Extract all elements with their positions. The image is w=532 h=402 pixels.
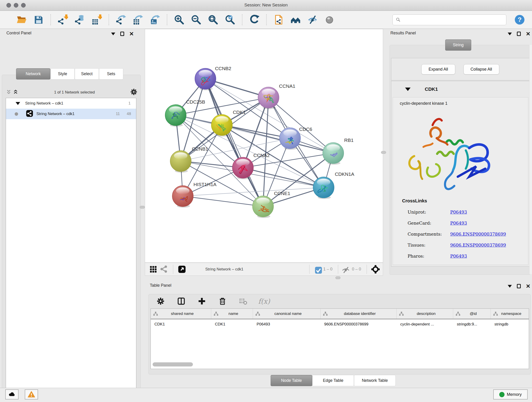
panel-collapse-icon[interactable] [508, 32, 512, 35]
table-panel: Table Panel ✕ f(x) shared namenamecanoni… [145, 281, 532, 388]
table-row[interactable]: CDK1CDK1P064939606.ENSP00000378699cyclin… [151, 319, 529, 329]
panel-close-icon[interactable]: ✕ [526, 32, 530, 36]
grid-view-button[interactable] [148, 264, 159, 275]
save-session-button[interactable] [33, 14, 44, 25]
expand-all-icon[interactable] [12, 89, 19, 96]
search-input[interactable] [401, 15, 506, 24]
tab-network-table[interactable]: Network Table [354, 375, 396, 386]
import-table-from-file-button[interactable] [91, 14, 102, 25]
edge-HIST1H1A-CCNE1[interactable] [183, 196, 263, 206]
network-options-gear-icon[interactable] [130, 88, 138, 97]
table-hscrollbar[interactable] [152, 362, 193, 366]
birds-eye-view-button[interactable] [177, 264, 187, 275]
tab-style[interactable]: Style [51, 68, 75, 80]
string-home-button[interactable] [290, 14, 301, 25]
network-canvas[interactable]: CCNB2 CCNA1 CDC25B CDK1 CDC6 RB1 CCNB1 [145, 29, 383, 263]
pan-network-button[interactable] [370, 264, 381, 275]
panel-float-icon[interactable] [120, 32, 124, 36]
network-collection-row[interactable]: String Network – cdk1 1 [6, 98, 136, 109]
edge-CCNB2-CCNE1[interactable] [206, 79, 263, 206]
node-RB1[interactable]: RB1 [323, 138, 354, 165]
node-CCNB1[interactable]: CCNB1 [170, 146, 208, 172]
import-network-from-database-button[interactable] [74, 14, 85, 25]
warnings-button[interactable] [25, 389, 38, 400]
column-header-namespace[interactable]: namespace [491, 309, 529, 319]
left-splitter-handle[interactable] [140, 206, 145, 209]
crosslink-link[interactable]: 9606.ENSP00000378699 [450, 231, 506, 236]
open-session-button[interactable] [16, 14, 27, 25]
expand-all-button[interactable]: Expand All [421, 64, 455, 75]
edge-CCNA2-CDKN1A[interactable] [243, 168, 323, 187]
node-CCNA1[interactable]: CCNA1 [258, 83, 295, 109]
export-network-button[interactable] [115, 14, 127, 25]
panel-collapse-icon[interactable] [508, 285, 512, 288]
column-header-canonical-name[interactable]: canonical name [253, 309, 321, 319]
export-image-button[interactable] [149, 14, 160, 25]
tab-string[interactable]: String [445, 39, 471, 51]
node-CDKN1A[interactable]: CDKN1A [313, 172, 355, 199]
node-HIST1H1A[interactable]: HIST1H1A [172, 182, 216, 208]
tree-expand-icon[interactable] [16, 102, 20, 105]
node-label-CCNA2: CCNA2 [253, 153, 270, 158]
node-CCNB2[interactable]: CCNB2 [195, 66, 231, 90]
column-header-description[interactable]: description [397, 309, 453, 319]
right-splitter-handle[interactable] [381, 151, 386, 154]
node-CCNE1[interactable]: CCNE1 [253, 191, 290, 218]
edge-CDKN1A-HIST1H1A[interactable] [183, 187, 324, 196]
share-document-button[interactable] [273, 14, 284, 25]
zoom-in-button[interactable] [174, 14, 185, 25]
memory-button[interactable]: Memory [493, 389, 528, 400]
collapse-all-icon[interactable] [5, 89, 12, 96]
results-panel: Results Panel ✕ String Expand All Collap… [387, 29, 532, 281]
export-table-button[interactable] [133, 14, 143, 25]
zoom-selected-button[interactable] [225, 14, 235, 25]
zoom-fit-content-button[interactable] [208, 14, 219, 25]
selected-nodes-checkbox[interactable] [314, 266, 321, 273]
table-cell: stringdb [491, 319, 529, 329]
node-CDK1[interactable]: CDK1 [211, 109, 246, 136]
tab-select[interactable]: Select [75, 68, 99, 80]
bottom-splitter-handle[interactable] [336, 276, 341, 279]
panel-close-icon[interactable]: ✕ [526, 284, 530, 288]
collapse-all-button[interactable]: Collapse All [463, 64, 499, 75]
node-label-CCNA1: CCNA1 [279, 83, 295, 89]
help-button[interactable]: ? [514, 14, 525, 25]
refresh-button[interactable] [249, 14, 260, 25]
node-label-CCNB2: CCNB2 [215, 66, 231, 71]
panel-close-icon[interactable]: ✕ [129, 32, 134, 36]
table-options-gear-button[interactable] [155, 296, 166, 307]
hide-panel-button[interactable] [307, 14, 318, 25]
column-header--id[interactable]: @id [453, 309, 491, 319]
cloud-status-button[interactable] [5, 389, 19, 400]
tab-edge-table[interactable]: Edge Table [312, 375, 354, 386]
tab-network[interactable]: Network [16, 68, 51, 80]
tab-node-table[interactable]: Node Table [271, 375, 312, 386]
crosslink-link[interactable]: P06493 [450, 210, 467, 215]
control-panel-body: 1 of 1 Network selected String Network –… [2, 75, 141, 402]
gene-card-header[interactable]: CDK1 [391, 81, 529, 97]
panel-collapse-icon[interactable] [111, 32, 115, 35]
collapse-gene-icon[interactable] [405, 88, 411, 91]
import-network-from-file-button[interactable] [57, 14, 68, 25]
network-overview-button[interactable] [159, 264, 170, 275]
crosslink-label: GeneCard: [408, 220, 450, 225]
delete-column-button[interactable] [217, 296, 228, 307]
column-header-database-identifier[interactable]: database identifier [321, 309, 397, 319]
panel-float-icon[interactable] [517, 32, 521, 36]
network-row-selected[interactable]: String Network – cdk1 11 48 [6, 109, 136, 119]
crosslink-link[interactable]: P06493 [450, 220, 467, 225]
tab-sets[interactable]: Sets [99, 68, 123, 80]
show-panel-button[interactable] [324, 14, 335, 25]
add-column-button[interactable] [196, 296, 207, 307]
column-header-name[interactable]: name [211, 309, 253, 319]
crosslink-link[interactable]: P06493 [450, 254, 467, 259]
network-selection-status: 1 of 1 Network selected [19, 90, 130, 95]
column-header-shared-name[interactable]: shared name [151, 309, 211, 319]
search-input-wrap [393, 14, 506, 25]
results-scrollbar[interactable] [529, 45, 532, 274]
show-columns-button[interactable] [176, 296, 187, 307]
crosslink-link[interactable]: 9606.ENSP00000378699 [450, 242, 506, 248]
function-builder-button: f(x) [258, 297, 270, 305]
panel-float-icon[interactable] [517, 284, 521, 288]
zoom-out-button[interactable] [191, 14, 202, 25]
